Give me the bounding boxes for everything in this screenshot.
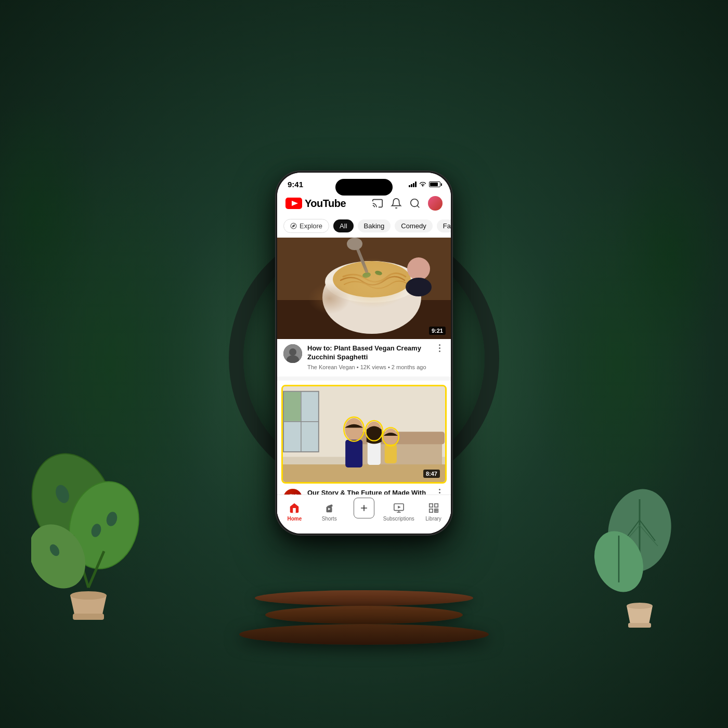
nav-home[interactable]: Home: [277, 502, 312, 522]
video2-thumb-bg: [283, 386, 445, 482]
video1-menu[interactable]: [434, 344, 445, 352]
shorts-icon: [323, 502, 335, 514]
svg-point-27: [411, 199, 419, 207]
chip-all-label: All: [340, 222, 347, 230]
svg-rect-56: [345, 440, 362, 467]
library-icon: [427, 502, 440, 514]
svg-rect-51: [284, 392, 301, 421]
phone-body: 9:41: [276, 171, 452, 535]
video-feed: 9:21 How to: Plant Based Vegan Creamy Zu…: [277, 238, 451, 515]
bell-icon[interactable]: [391, 198, 402, 209]
svg-rect-60: [385, 445, 397, 464]
menu-dot2: [439, 347, 440, 349]
nav-shorts[interactable]: Shorts: [312, 502, 347, 522]
menu-dot5: [439, 492, 440, 493]
home-icon: [288, 502, 301, 514]
search-icon[interactable]: [409, 198, 421, 209]
svg-rect-68: [429, 504, 432, 507]
bottom-navigation: Home Shorts: [277, 495, 451, 534]
pedestal: [239, 590, 489, 645]
video2-thumb-container: 8:47: [277, 381, 451, 484]
chip-comedy-label: Comedy: [401, 222, 426, 230]
dynamic-island: [335, 179, 393, 196]
chip-baking[interactable]: Baking: [358, 219, 391, 232]
plant-right: [593, 478, 686, 634]
video1-separator: •: [357, 364, 360, 370]
chip-more-label: Fa...: [443, 222, 451, 230]
video1-info: How to: Plant Based Vegan Creamy Zucchin…: [277, 339, 451, 376]
video1-thumbnail[interactable]: 9:21: [277, 238, 451, 339]
video1-channel-info: The Korean Vegan • 12K views • 2 months …: [307, 363, 429, 371]
video2-duration: 8:47: [423, 470, 440, 478]
phone-device: 9:41: [276, 171, 452, 535]
svg-line-28: [417, 205, 419, 207]
svg-point-43: [289, 348, 296, 356]
video2-thumbnail[interactable]: 8:47: [281, 385, 447, 484]
plant-left: [31, 442, 146, 624]
signal-bars-icon: [409, 181, 417, 187]
svg-rect-54: [283, 464, 445, 482]
svg-marker-67: [398, 505, 401, 509]
video1-separator2: •: [388, 364, 392, 370]
video1-views: 12K views: [360, 364, 386, 370]
user-avatar[interactable]: [428, 196, 443, 211]
youtube-logo-icon: [285, 198, 302, 209]
chip-explore[interactable]: Explore: [283, 219, 329, 233]
subscriptions-icon: [393, 502, 405, 514]
add-button[interactable]: [354, 498, 374, 518]
nav-subscriptions-label: Subscriptions: [383, 516, 414, 522]
header-action-icons: [372, 196, 443, 211]
svg-point-12: [70, 591, 107, 600]
video1-thumb-overlay: [277, 238, 451, 339]
battery-icon: [429, 181, 440, 187]
svg-rect-13: [73, 614, 104, 620]
chip-baking-label: Baking: [364, 222, 385, 230]
svg-point-22: [627, 603, 653, 609]
chip-comedy[interactable]: Comedy: [395, 219, 432, 232]
svg-point-59: [384, 429, 398, 445]
video1-channel-avatar[interactable]: [283, 344, 302, 363]
svg-point-55: [345, 418, 363, 440]
nav-add[interactable]: +: [347, 498, 382, 526]
nav-subscriptions[interactable]: Subscriptions: [381, 502, 416, 522]
svg-rect-23: [628, 623, 651, 628]
nav-library-label: Library: [425, 516, 441, 522]
filter-chips-row: Explore All Baking Comedy Fa...: [277, 215, 451, 238]
video1-channel-name: The Korean Vegan: [307, 364, 355, 370]
nav-library[interactable]: Library: [416, 502, 451, 522]
youtube-logo-text: YouTube: [305, 198, 346, 210]
nav-home-label: Home: [288, 516, 302, 522]
menu-dot4: [439, 489, 440, 490]
family-photo-illustration: [283, 386, 445, 482]
chip-explore-label: Explore: [300, 222, 322, 230]
video1-title: How to: Plant Based Vegan Creamy Zucchin…: [307, 344, 429, 362]
chip-more[interactable]: Fa...: [437, 219, 451, 232]
youtube-logo: YouTube: [285, 198, 346, 210]
video1-meta: How to: Plant Based Vegan Creamy Zucchin…: [307, 344, 429, 371]
svg-rect-70: [429, 509, 432, 512]
video1-thumb-bg: [277, 238, 451, 339]
chip-all[interactable]: All: [333, 219, 353, 232]
status-icons: [409, 181, 440, 187]
nav-shorts-label: Shorts: [322, 516, 337, 522]
svg-marker-30: [292, 225, 295, 227]
video1-time-ago: 2 months ago: [392, 364, 426, 370]
svg-rect-69: [434, 504, 437, 507]
status-time: 9:41: [288, 180, 303, 189]
wifi-icon: [419, 182, 426, 187]
cast-icon[interactable]: [372, 198, 383, 209]
video1-duration: 9:21: [429, 327, 446, 335]
phone-screen: 9:41: [277, 173, 451, 534]
explore-chip-icon: [290, 223, 297, 229]
menu-dot3: [439, 350, 440, 352]
menu-dot1: [439, 344, 440, 346]
feed-divider: [277, 376, 451, 381]
